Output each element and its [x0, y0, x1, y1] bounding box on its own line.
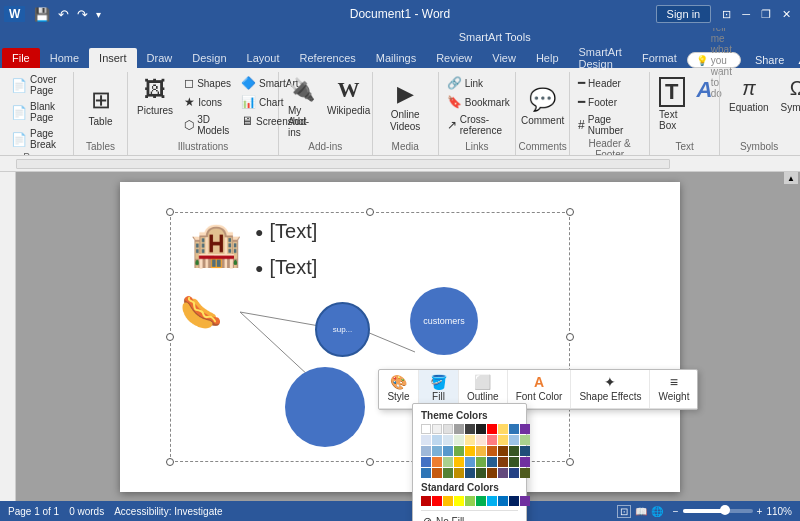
page-break-button[interactable]: 📄 Page Break [8, 126, 67, 152]
color-swatch[interactable] [498, 435, 508, 445]
bookmark-button[interactable]: 🔖 Bookmark [443, 93, 511, 111]
tell-me-bar[interactable]: 💡 Tell me what you want to do [687, 52, 741, 68]
undo-icon[interactable]: ↶ [55, 6, 72, 23]
color-swatch[interactable] [454, 468, 464, 478]
wordart-button[interactable]: A [692, 74, 718, 106]
color-swatch[interactable] [476, 435, 486, 445]
color-swatch[interactable] [454, 424, 464, 434]
zoom-slider[interactable] [683, 509, 753, 513]
color-swatch[interactable] [487, 496, 497, 506]
color-swatch[interactable] [454, 496, 464, 506]
color-swatch[interactable] [432, 435, 442, 445]
color-swatch[interactable] [421, 468, 431, 478]
header-button[interactable]: ━ Header [574, 74, 645, 92]
online-videos-button[interactable]: ▶ Online Videos [379, 72, 432, 141]
color-swatch[interactable] [520, 435, 530, 445]
print-layout-icon[interactable]: ⊡ [617, 505, 631, 518]
page-number-button[interactable]: # Page Number [574, 112, 645, 138]
color-swatch[interactable] [443, 424, 453, 434]
cover-page-button[interactable]: 📄 Cover Page [8, 72, 67, 98]
color-swatch[interactable] [520, 457, 530, 467]
color-swatch[interactable] [498, 457, 508, 467]
resize-handle-bl[interactable] [166, 458, 174, 466]
tab-help[interactable]: Help [526, 48, 569, 68]
color-swatch[interactable] [465, 457, 475, 467]
color-swatch[interactable] [443, 468, 453, 478]
color-swatch[interactable] [476, 457, 486, 467]
color-swatch[interactable] [443, 457, 453, 467]
resize-handle-tm[interactable] [366, 208, 374, 216]
resize-handle-br[interactable] [566, 458, 574, 466]
share-button[interactable]: Share [749, 52, 790, 68]
color-swatch[interactable] [520, 446, 530, 456]
resize-handle-bm[interactable] [366, 458, 374, 466]
color-swatch[interactable] [421, 457, 431, 467]
close-button[interactable]: ✕ [777, 6, 796, 23]
color-swatch[interactable] [465, 496, 475, 506]
color-swatch[interactable] [520, 468, 530, 478]
tab-review[interactable]: Review [426, 48, 482, 68]
web-layout-icon[interactable]: 🌐 [651, 506, 663, 517]
restore-button[interactable]: ❐ [756, 6, 776, 23]
zoom-in-button[interactable]: + [757, 506, 763, 517]
shapes-button[interactable]: ◻ Shapes [180, 74, 235, 92]
color-swatch[interactable] [487, 457, 497, 467]
color-swatch[interactable] [465, 424, 475, 434]
ribbon-display-icon[interactable]: ⊡ [717, 6, 736, 23]
tab-home[interactable]: Home [40, 48, 89, 68]
blank-page-button[interactable]: 📄 Blank Page [8, 99, 67, 125]
color-swatch[interactable] [487, 468, 497, 478]
sign-in-button[interactable]: Sign in [656, 5, 712, 23]
tab-file[interactable]: File [2, 48, 40, 68]
color-swatch[interactable] [498, 468, 508, 478]
color-swatch[interactable] [432, 496, 442, 506]
color-swatch[interactable] [432, 446, 442, 456]
pictures-button[interactable]: 🖼 Pictures [132, 74, 178, 119]
tab-insert[interactable]: Insert [89, 48, 137, 68]
save-icon[interactable]: 💾 [31, 6, 53, 23]
tab-mailings[interactable]: Mailings [366, 48, 426, 68]
color-swatch[interactable] [443, 446, 453, 456]
customers-circle[interactable]: customers [410, 287, 478, 355]
color-swatch[interactable] [421, 496, 431, 506]
text-box-button[interactable]: T Text Box [654, 74, 689, 134]
no-fill-item[interactable]: ⊘ No Fill [421, 513, 518, 521]
color-swatch[interactable] [498, 446, 508, 456]
color-swatch[interactable] [509, 424, 519, 434]
symbol-button[interactable]: Ω Symbol [776, 74, 800, 116]
resize-handle-tr[interactable] [566, 208, 574, 216]
resize-handle-tl[interactable] [166, 208, 174, 216]
color-swatch[interactable] [487, 446, 497, 456]
tab-view[interactable]: View [482, 48, 526, 68]
3d-models-button[interactable]: ⬡ 3D Models [180, 112, 235, 138]
shape-effects-button[interactable]: ✦ Shape Effects [571, 370, 650, 408]
comment-button[interactable]: 💬 Comment [516, 72, 569, 141]
color-swatch[interactable] [476, 446, 486, 456]
weight-button[interactable]: ≡ Weight [650, 370, 697, 408]
color-swatch[interactable] [509, 446, 519, 456]
supplier-circle[interactable]: sup... [315, 302, 370, 357]
accessibility-status[interactable]: Accessibility: Investigate [114, 506, 222, 517]
resize-handle-mr[interactable] [566, 333, 574, 341]
color-swatch[interactable] [454, 446, 464, 456]
color-swatch[interactable] [465, 446, 475, 456]
color-swatch[interactable] [476, 496, 486, 506]
color-swatch[interactable] [465, 468, 475, 478]
color-swatch[interactable] [421, 446, 431, 456]
color-swatch[interactable] [520, 496, 530, 506]
zoom-thumb[interactable] [720, 505, 730, 515]
equation-button[interactable]: π Equation [724, 74, 773, 116]
color-swatch[interactable] [509, 468, 519, 478]
large-blue-circle[interactable] [285, 367, 365, 447]
tab-smartart-design[interactable]: SmartArt Design [569, 48, 632, 68]
color-swatch[interactable] [498, 496, 508, 506]
color-swatch[interactable] [487, 435, 497, 445]
color-swatch[interactable] [509, 496, 519, 506]
footer-button[interactable]: ━ Footer [574, 93, 645, 111]
color-swatch[interactable] [454, 435, 464, 445]
cross-ref-button[interactable]: ↗ Cross-reference [443, 112, 511, 138]
zoom-out-button[interactable]: − [673, 506, 679, 517]
my-addins-button[interactable]: 🔌 My Add-ins [283, 74, 320, 141]
color-swatch[interactable] [498, 424, 508, 434]
color-swatch[interactable] [509, 457, 519, 467]
